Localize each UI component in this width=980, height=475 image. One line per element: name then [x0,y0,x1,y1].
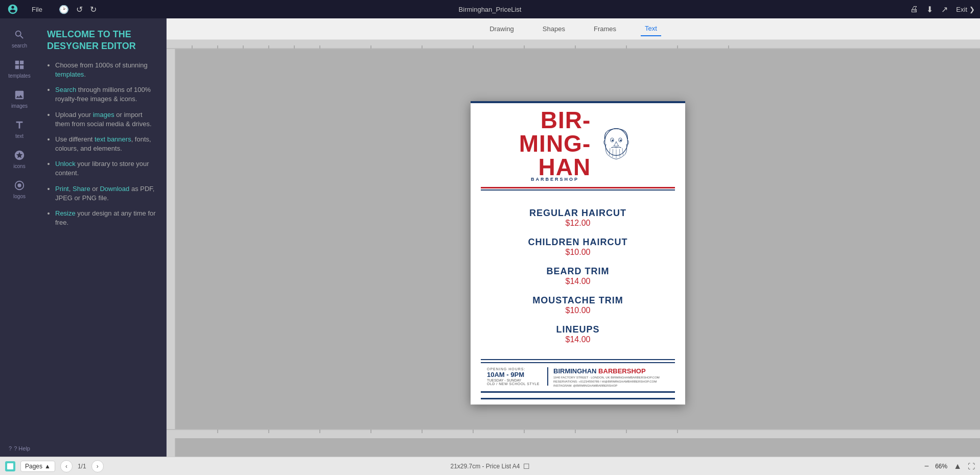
help-icon: ? [9,445,12,452]
svg-line-24 [613,149,613,157]
service-row-3: MOUSTACHE TRIM $10.00 [532,295,623,315]
doc-dividers [481,187,675,191]
secondary-toolbar: Drawing Shapes Frames Text [167,18,980,40]
history-button[interactable]: 🕑 [59,5,69,14]
zoom-expand-button[interactable]: ⛶ [968,462,975,470]
chevron-up-icon: ▲ [44,463,51,470]
zoom-out-button[interactable]: − [922,461,931,472]
sidebar-item-images[interactable]: images [0,84,39,114]
doc-title: BIR-MING-HAN [519,108,591,179]
svg-point-22 [620,139,621,141]
page-number: 1/1 [78,463,86,470]
ruler-top [167,40,980,49]
welcome-item-7: Resize your design at any time for free. [55,209,158,227]
prev-page-button[interactable]: ‹ [60,460,73,472]
print-link[interactable]: Print [55,185,69,193]
help-button[interactable]: ? ? Help [9,445,30,452]
svg-line-23 [610,148,611,155]
unlock-link[interactable]: Unlock [55,160,76,168]
templates-icon [13,59,26,71]
pages-button[interactable]: Pages ▲ [20,461,55,472]
download-link[interactable]: Download [100,185,129,193]
footer-address: 1940 FACTORY STREET · LONDON, UK BIRMING… [553,376,660,379]
zoom-in-button[interactable]: ▲ [951,461,964,472]
search-link[interactable]: Search [55,86,76,93]
topbar-history-icons: 🕑 ↺ ↻ [59,5,97,14]
file-menu[interactable]: File [29,4,45,15]
tab-shapes[interactable]: Shapes [539,22,569,36]
doc-footer-divider [481,359,675,360]
welcome-item-4: Use different text banners, fonts, colou… [55,135,158,153]
canvas-area: Drawing Shapes Frames Text [167,18,980,457]
redo-button[interactable]: ↻ [90,5,97,14]
doc-footer: OPENING HOURS: 10AM - 9PM TUESDAY - SUND… [481,362,675,393]
next-page-button[interactable]: › [91,460,104,472]
doc-bottom-border [481,398,675,399]
download-button[interactable]: ⬇ [926,5,933,14]
footer-brand: BIRMINGHAN BARBERSHOP [553,367,660,375]
footer-style: OLD / NEW SCHOOL STYLE [487,382,542,386]
sidebar-item-search[interactable]: search [0,23,39,54]
svg-point-1 [17,183,21,187]
filename: Birminghan_PriceList [459,6,522,13]
templates-link[interactable]: templates [55,70,84,78]
svg-line-26 [620,149,620,157]
logos-icon [13,179,26,192]
share-button[interactable]: ↗ [941,5,948,14]
sidebar-item-logos[interactable]: logos [0,174,39,204]
barber-face-illustration [596,124,637,167]
opening-label: OPENING HOURS: [487,367,542,371]
service-row-2: BEARD TRIM $14.00 [547,266,610,286]
doc-services: REGULAR HAIRCUT $12.00 CHILDREN HAIRCUT … [471,193,685,359]
service-row-1: CHILDREN HAIRCUT $10.00 [528,237,628,257]
icons-icon [13,149,26,161]
welcome-item-5: Unlock your library to store your conten… [55,159,158,178]
sidebar-item-text[interactable]: text [0,114,39,144]
tab-frames[interactable]: Frames [590,22,620,36]
welcome-panel: WELCOME TO THE DESYGNER EDITOR Choose fr… [39,18,167,457]
images-link[interactable]: images [93,111,114,118]
tab-drawing[interactable]: Drawing [485,22,518,36]
doc-size: 21x29.7cm - Price List A4 ☐ [450,462,529,470]
share-link[interactable]: Share [73,185,90,193]
bottom-bar: Pages ▲ ‹ 1/1 › 21x29.7cm - Price List A… [0,457,980,475]
opening-days: TUESDAY - SUNDAY [487,378,542,382]
footer-reservations: RESERVATIONS: +01234556789 / HI@BIRMINGH… [553,380,660,383]
welcome-title: WELCOME TO THE DESYGNER EDITOR [47,29,158,53]
welcome-item-1: Choose from 1000s of stunning templates. [55,61,158,79]
sidebar-templates-label: templates [8,73,30,79]
topbar-right: 🖨 ⬇ ↗ Exit ❯ [910,5,975,14]
sidebar-logos-label: logos [13,194,26,199]
opening-hours: 10AM - 9PM [487,371,542,378]
resize-link[interactable]: Resize [55,209,76,217]
sidebar-search-label: search [12,43,27,49]
text-banners-link[interactable]: text banners [95,135,131,143]
sidebar-images-label: images [11,103,28,109]
welcome-list: Choose from 1000s of stunning templates.… [47,61,158,228]
doc-header: BIR-MING-HAN BARBERSHOP [471,103,685,187]
tab-text[interactable]: Text [641,21,661,36]
red-line [481,187,675,188]
zoom-level: 66% [935,463,947,470]
sidebar-item-templates[interactable]: templates [0,54,39,84]
sidebar-item-icons[interactable]: icons [0,144,39,174]
zoom-controls: − 66% ▲ ⛶ [922,461,975,472]
service-row-0: REGULAR HAIRCUT $12.00 [529,208,626,228]
svg-rect-39 [7,463,13,469]
document-canvas[interactable]: BIR-MING-HAN BARBERSHOP [471,101,685,405]
left-sidebar: search templates images [0,18,39,457]
undo-button[interactable]: ↺ [76,5,83,14]
doc-size-icon: ☐ [523,462,530,470]
welcome-item-6: Print, Share or Download as PDF, JPEG or… [55,184,158,203]
sidebar-icons-label: icons [13,163,25,169]
service-row-4: LINEUPS $14.00 [556,324,599,344]
exit-button[interactable]: Exit ❯ [956,6,975,13]
blue-line [481,189,675,191]
print-button[interactable]: 🖨 [910,5,918,14]
welcome-item-2: Search through millions of 100% royalty-… [55,85,158,104]
ruler-left [167,49,176,457]
doc-brand-text: BIR-MING-HAN BARBERSHOP [519,108,591,182]
page-indicator-icon [5,461,15,471]
images-icon [13,89,26,101]
logo[interactable] [5,2,20,17]
